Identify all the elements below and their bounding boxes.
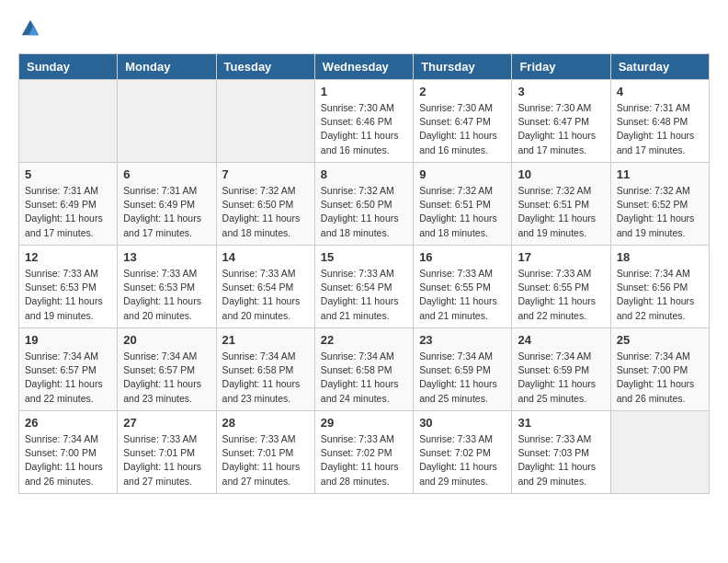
day-info: Sunrise: 7:34 AM Sunset: 6:57 PM Dayligh… xyxy=(25,350,111,406)
calendar-cell: 16Sunrise: 7:33 AM Sunset: 6:55 PM Dayli… xyxy=(414,246,512,328)
day-number: 24 xyxy=(518,333,604,347)
calendar-cell: 13Sunrise: 7:33 AM Sunset: 6:53 PM Dayli… xyxy=(118,246,216,328)
day-info: Sunrise: 7:34 AM Sunset: 7:00 PM Dayligh… xyxy=(617,350,703,406)
calendar-cell: 4Sunrise: 7:31 AM Sunset: 6:48 PM Daylig… xyxy=(610,80,709,163)
calendar-cell xyxy=(610,411,709,494)
day-info: Sunrise: 7:33 AM Sunset: 6:55 PM Dayligh… xyxy=(518,267,604,323)
day-info: Sunrise: 7:31 AM Sunset: 6:49 PM Dayligh… xyxy=(25,184,111,240)
day-number: 15 xyxy=(321,250,407,264)
calendar-cell: 25Sunrise: 7:34 AM Sunset: 7:00 PM Dayli… xyxy=(610,328,709,411)
week-row-1: 1Sunrise: 7:30 AM Sunset: 6:46 PM Daylig… xyxy=(19,80,710,163)
day-number: 28 xyxy=(222,416,309,430)
calendar-cell: 10Sunrise: 7:32 AM Sunset: 6:51 PM Dayli… xyxy=(512,163,610,246)
calendar-cell: 8Sunrise: 7:32 AM Sunset: 6:50 PM Daylig… xyxy=(314,163,413,246)
calendar-cell: 9Sunrise: 7:32 AM Sunset: 6:51 PM Daylig… xyxy=(414,163,512,246)
week-row-4: 19Sunrise: 7:34 AM Sunset: 6:57 PM Dayli… xyxy=(19,328,710,411)
calendar-table: SundayMondayTuesdayWednesdayThursdayFrid… xyxy=(18,53,710,494)
calendar-cell: 28Sunrise: 7:33 AM Sunset: 7:01 PM Dayli… xyxy=(216,411,314,494)
day-info: Sunrise: 7:34 AM Sunset: 6:57 PM Dayligh… xyxy=(123,350,210,406)
day-info: Sunrise: 7:32 AM Sunset: 6:51 PM Dayligh… xyxy=(518,184,604,240)
day-number: 27 xyxy=(123,416,210,430)
day-info: Sunrise: 7:33 AM Sunset: 6:54 PM Dayligh… xyxy=(222,267,309,323)
day-number: 8 xyxy=(321,167,407,181)
day-number: 26 xyxy=(25,416,111,430)
day-info: Sunrise: 7:32 AM Sunset: 6:50 PM Dayligh… xyxy=(321,184,407,240)
week-row-5: 26Sunrise: 7:34 AM Sunset: 7:00 PM Dayli… xyxy=(19,411,710,494)
day-info: Sunrise: 7:33 AM Sunset: 7:02 PM Dayligh… xyxy=(419,432,506,488)
day-info: Sunrise: 7:33 AM Sunset: 6:53 PM Dayligh… xyxy=(123,267,210,323)
calendar-cell: 1Sunrise: 7:30 AM Sunset: 6:46 PM Daylig… xyxy=(314,80,413,163)
week-row-3: 12Sunrise: 7:33 AM Sunset: 6:53 PM Dayli… xyxy=(19,246,710,328)
day-number: 31 xyxy=(518,416,604,430)
day-header-friday: Friday xyxy=(512,54,610,80)
calendar-cell xyxy=(19,80,118,163)
calendar-cell: 2Sunrise: 7:30 AM Sunset: 6:47 PM Daylig… xyxy=(414,80,512,163)
day-info: Sunrise: 7:34 AM Sunset: 6:59 PM Dayligh… xyxy=(518,350,604,406)
day-header-thursday: Thursday xyxy=(414,54,512,80)
day-number: 3 xyxy=(518,85,604,98)
calendar-cell: 6Sunrise: 7:31 AM Sunset: 6:49 PM Daylig… xyxy=(118,163,216,246)
calendar-header-row: SundayMondayTuesdayWednesdayThursdayFrid… xyxy=(19,54,710,80)
calendar-cell: 24Sunrise: 7:34 AM Sunset: 6:59 PM Dayli… xyxy=(512,328,610,411)
day-info: Sunrise: 7:33 AM Sunset: 7:01 PM Dayligh… xyxy=(123,432,210,488)
day-number: 1 xyxy=(321,85,407,98)
calendar-cell xyxy=(216,80,314,163)
day-number: 7 xyxy=(222,167,309,181)
day-info: Sunrise: 7:31 AM Sunset: 6:49 PM Dayligh… xyxy=(123,184,210,240)
day-number: 20 xyxy=(123,333,210,347)
calendar-cell: 5Sunrise: 7:31 AM Sunset: 6:49 PM Daylig… xyxy=(19,163,118,246)
day-info: Sunrise: 7:34 AM Sunset: 6:58 PM Dayligh… xyxy=(222,350,309,406)
calendar-cell: 26Sunrise: 7:34 AM Sunset: 7:00 PM Dayli… xyxy=(19,411,118,494)
day-info: Sunrise: 7:33 AM Sunset: 6:55 PM Dayligh… xyxy=(419,267,506,323)
day-number: 2 xyxy=(419,85,506,98)
calendar-cell: 20Sunrise: 7:34 AM Sunset: 6:57 PM Dayli… xyxy=(118,328,216,411)
page-header xyxy=(18,18,710,39)
calendar-cell: 22Sunrise: 7:34 AM Sunset: 6:58 PM Dayli… xyxy=(314,328,413,411)
day-header-sunday: Sunday xyxy=(19,54,118,80)
calendar-cell: 30Sunrise: 7:33 AM Sunset: 7:02 PM Dayli… xyxy=(414,411,512,494)
day-info: Sunrise: 7:33 AM Sunset: 7:03 PM Dayligh… xyxy=(518,432,604,488)
day-number: 29 xyxy=(321,416,407,430)
day-number: 21 xyxy=(222,333,309,347)
day-number: 16 xyxy=(419,250,506,264)
day-info: Sunrise: 7:34 AM Sunset: 6:58 PM Dayligh… xyxy=(321,350,407,406)
calendar-cell: 31Sunrise: 7:33 AM Sunset: 7:03 PM Dayli… xyxy=(512,411,610,494)
week-row-2: 5Sunrise: 7:31 AM Sunset: 6:49 PM Daylig… xyxy=(19,163,710,246)
calendar-cell: 14Sunrise: 7:33 AM Sunset: 6:54 PM Dayli… xyxy=(216,246,314,328)
day-info: Sunrise: 7:30 AM Sunset: 6:47 PM Dayligh… xyxy=(518,101,604,157)
calendar-cell: 17Sunrise: 7:33 AM Sunset: 6:55 PM Dayli… xyxy=(512,246,610,328)
day-info: Sunrise: 7:32 AM Sunset: 6:51 PM Dayligh… xyxy=(419,184,506,240)
calendar-cell: 11Sunrise: 7:32 AM Sunset: 6:52 PM Dayli… xyxy=(610,163,709,246)
calendar-cell: 15Sunrise: 7:33 AM Sunset: 6:54 PM Dayli… xyxy=(314,246,413,328)
day-info: Sunrise: 7:33 AM Sunset: 7:01 PM Dayligh… xyxy=(222,432,309,488)
logo-icon xyxy=(20,18,40,39)
day-info: Sunrise: 7:34 AM Sunset: 6:56 PM Dayligh… xyxy=(617,267,703,323)
calendar-cell: 12Sunrise: 7:33 AM Sunset: 6:53 PM Dayli… xyxy=(19,246,118,328)
day-info: Sunrise: 7:31 AM Sunset: 6:48 PM Dayligh… xyxy=(617,101,703,157)
day-info: Sunrise: 7:32 AM Sunset: 6:52 PM Dayligh… xyxy=(617,184,703,240)
day-info: Sunrise: 7:33 AM Sunset: 7:02 PM Dayligh… xyxy=(321,432,407,488)
day-info: Sunrise: 7:33 AM Sunset: 6:53 PM Dayligh… xyxy=(25,267,111,323)
day-info: Sunrise: 7:30 AM Sunset: 6:46 PM Dayligh… xyxy=(321,101,407,157)
day-header-wednesday: Wednesday xyxy=(314,54,413,80)
day-number: 9 xyxy=(419,167,506,181)
day-number: 12 xyxy=(25,250,111,264)
day-number: 14 xyxy=(222,250,309,264)
calendar-body: 1Sunrise: 7:30 AM Sunset: 6:46 PM Daylig… xyxy=(19,80,710,494)
day-header-saturday: Saturday xyxy=(610,54,709,80)
calendar-cell: 23Sunrise: 7:34 AM Sunset: 6:59 PM Dayli… xyxy=(414,328,512,411)
day-number: 5 xyxy=(25,167,111,181)
calendar-cell: 27Sunrise: 7:33 AM Sunset: 7:01 PM Dayli… xyxy=(118,411,216,494)
day-number: 23 xyxy=(419,333,506,347)
day-number: 18 xyxy=(617,250,703,264)
day-number: 25 xyxy=(617,333,703,347)
calendar-cell: 3Sunrise: 7:30 AM Sunset: 6:47 PM Daylig… xyxy=(512,80,610,163)
day-number: 17 xyxy=(518,250,604,264)
day-number: 10 xyxy=(518,167,604,181)
day-info: Sunrise: 7:33 AM Sunset: 6:54 PM Dayligh… xyxy=(321,267,407,323)
day-number: 6 xyxy=(123,167,210,181)
day-info: Sunrise: 7:30 AM Sunset: 6:47 PM Dayligh… xyxy=(419,101,506,157)
day-info: Sunrise: 7:34 AM Sunset: 7:00 PM Dayligh… xyxy=(25,432,111,488)
day-info: Sunrise: 7:32 AM Sunset: 6:50 PM Dayligh… xyxy=(222,184,309,240)
calendar-cell xyxy=(118,80,216,163)
